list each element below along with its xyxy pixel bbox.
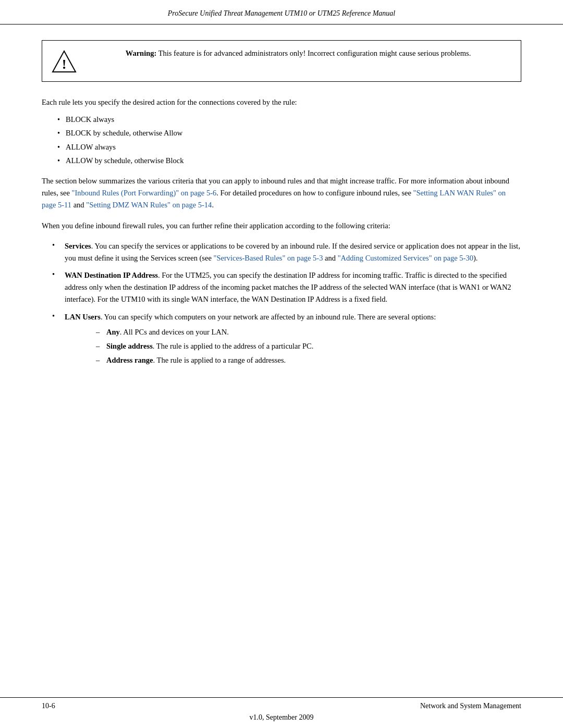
any-term: Any (106, 328, 120, 336)
section-para-2: When you define inbound firewall rules, … (42, 220, 521, 232)
footer-page-number: 10-6 (42, 702, 55, 710)
single-term: Single address (106, 342, 153, 350)
lan-content: LAN Users. You can specify which compute… (65, 311, 521, 370)
warning-icon: ! (52, 49, 77, 74)
services-term: Services (65, 242, 91, 250)
page-header: ProSecure Unified Threat Management UTM1… (0, 0, 563, 24)
bullet-dot: • (52, 269, 65, 279)
wan-term: WAN Destination IP Address (65, 271, 158, 279)
footer-row: 10-6 Network and System Management (0, 698, 563, 712)
list-item: ALLOW always (57, 141, 521, 153)
bullet-dot: • (52, 240, 65, 250)
criteria-list: • Services. You can specify the services… (52, 240, 521, 370)
subitem-single: Single address. The rule is applied to t… (96, 340, 521, 352)
lan-term: LAN Users (65, 313, 101, 321)
page: ProSecure Unified Threat Management UTM1… (0, 0, 563, 728)
warning-text: Warning: This feature is for advanced ad… (85, 48, 511, 59)
list-item: BLOCK by schedule, otherwise Allow (57, 127, 521, 139)
intro-paragraph: Each rule lets you specify the desired a… (42, 96, 521, 108)
criteria-wan: • WAN Destination IP Address. For the UT… (52, 269, 521, 306)
list-item: ALLOW by schedule, otherwise Block (57, 155, 521, 167)
footer-section: Network and System Management (420, 702, 521, 710)
action-list: BLOCK always BLOCK by schedule, otherwis… (57, 114, 521, 167)
link-adding-customized-services[interactable]: "Adding Customized Services" on page 5-3… (338, 254, 473, 262)
bullet-dot: • (52, 311, 65, 320)
warning-label: Warning: (126, 49, 157, 57)
main-content: ! Warning: This feature is for advanced … (0, 24, 563, 697)
services-mid: and (323, 254, 337, 262)
range-term: Address range (106, 356, 153, 364)
criteria-lan: • LAN Users. You can specify which compu… (52, 311, 521, 370)
services-content: Services. You can specify the services o… (65, 240, 521, 264)
para1-mid: . For detailed procedures on how to conf… (216, 189, 413, 197)
single-text: . The rule is applied to the address of … (153, 342, 314, 350)
para1-and: and (71, 201, 86, 209)
wan-content: WAN Destination IP Address. For the UTM2… (65, 269, 521, 306)
services-end: ). (473, 254, 478, 262)
footer-version: v1.0, September 2009 (0, 712, 563, 728)
link-inbound-rules[interactable]: "Inbound Rules (Port Forwarding)" on pag… (72, 189, 217, 197)
subitem-any: Any. All PCs and devices on your LAN. (96, 326, 521, 338)
link-services-based-rules[interactable]: "Services-Based Rules" on page 5-3 (214, 254, 323, 262)
section-para-1: The section below summarizes the various… (42, 175, 521, 212)
range-text: . The rule is applied to a range of addr… (153, 356, 286, 364)
link-dmz-wan-rules[interactable]: "Setting DMZ WAN Rules" on page 5-14 (86, 201, 212, 209)
lan-rest: . You can specify which computers on you… (101, 313, 436, 321)
para1-end: . (212, 201, 214, 209)
list-item: BLOCK always (57, 114, 521, 126)
subitem-range: Address range. The rule is applied to a … (96, 354, 521, 366)
criteria-services: • Services. You can specify the services… (52, 240, 521, 264)
any-text: . All PCs and devices on your LAN. (120, 328, 229, 336)
lan-subitems: Any. All PCs and devices on your LAN. Si… (96, 326, 521, 367)
header-title: ProSecure Unified Threat Management UTM1… (168, 9, 396, 18)
warning-box: ! Warning: This feature is for advanced … (42, 40, 521, 82)
svg-text:!: ! (62, 57, 67, 72)
warning-body: This feature is for advanced administrat… (158, 49, 471, 57)
footer: 10-6 Network and System Management v1.0,… (0, 697, 563, 728)
